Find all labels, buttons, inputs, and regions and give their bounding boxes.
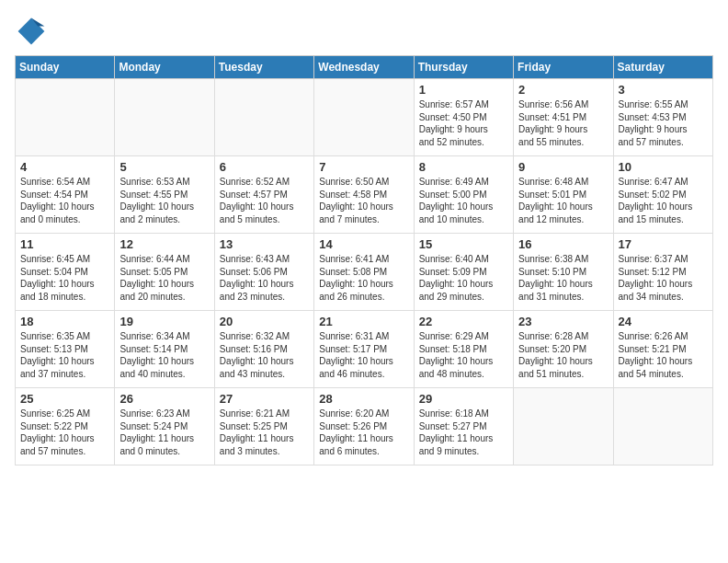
day-info: Sunrise: 6:37 AM Sunset: 5:12 PM Dayligh… — [619, 253, 708, 303]
day-number: 8 — [419, 160, 508, 174]
day-number: 5 — [119, 160, 209, 174]
col-header-tuesday: Tuesday — [214, 56, 313, 79]
day-number: 3 — [619, 83, 708, 97]
day-number: 2 — [518, 83, 608, 97]
day-info: Sunrise: 6:54 AM Sunset: 4:54 PM Dayligh… — [20, 176, 109, 225]
col-header-saturday: Saturday — [613, 56, 712, 79]
day-info: Sunrise: 6:26 AM Sunset: 5:21 PM Dayligh… — [619, 330, 708, 380]
logo-icon — [15, 15, 48, 48]
page-header — [15, 15, 713, 48]
col-header-thursday: Thursday — [414, 56, 513, 79]
day-number: 6 — [220, 160, 309, 174]
day-cell — [613, 388, 712, 465]
col-header-wednesday: Wednesday — [314, 56, 414, 79]
day-cell: 16Sunrise: 6:38 AM Sunset: 5:10 PM Dayli… — [514, 234, 613, 311]
day-info: Sunrise: 6:56 AM Sunset: 4:51 PM Dayligh… — [518, 98, 608, 148]
day-cell — [514, 388, 613, 465]
day-number: 1 — [419, 83, 508, 97]
day-cell — [314, 79, 414, 156]
day-number: 28 — [319, 392, 408, 406]
calendar-table: SundayMondayTuesdayWednesdayThursdayFrid… — [15, 55, 713, 465]
day-info: Sunrise: 6:28 AM Sunset: 5:20 PM Dayligh… — [518, 330, 608, 380]
day-info: Sunrise: 6:57 AM Sunset: 4:50 PM Dayligh… — [419, 98, 508, 148]
day-number: 21 — [319, 315, 408, 328]
day-info: Sunrise: 6:35 AM Sunset: 5:13 PM Dayligh… — [20, 330, 109, 380]
day-info: Sunrise: 6:44 AM Sunset: 5:05 PM Dayligh… — [119, 253, 209, 303]
day-number: 18 — [20, 315, 109, 328]
day-number: 13 — [220, 237, 309, 251]
day-cell: 24Sunrise: 6:26 AM Sunset: 5:21 PM Dayli… — [613, 311, 712, 388]
day-number: 12 — [119, 237, 209, 251]
day-number: 22 — [419, 315, 508, 328]
day-cell: 11Sunrise: 6:45 AM Sunset: 5:04 PM Dayli… — [16, 234, 115, 311]
week-row-3: 18Sunrise: 6:35 AM Sunset: 5:13 PM Dayli… — [16, 311, 713, 388]
day-cell: 20Sunrise: 6:32 AM Sunset: 5:16 PM Dayli… — [214, 311, 313, 388]
day-cell: 8Sunrise: 6:49 AM Sunset: 5:00 PM Daylig… — [414, 156, 513, 234]
svg-marker-0 — [18, 18, 45, 45]
day-number: 10 — [619, 160, 708, 174]
day-number: 19 — [119, 315, 209, 328]
week-row-0: 1Sunrise: 6:57 AM Sunset: 4:50 PM Daylig… — [16, 79, 713, 156]
day-number: 27 — [220, 392, 309, 406]
day-number: 29 — [419, 392, 508, 406]
day-info: Sunrise: 6:38 AM Sunset: 5:10 PM Dayligh… — [518, 253, 608, 303]
day-cell — [214, 79, 313, 156]
day-cell: 9Sunrise: 6:48 AM Sunset: 5:01 PM Daylig… — [514, 156, 613, 234]
day-cell: 2Sunrise: 6:56 AM Sunset: 4:51 PM Daylig… — [514, 79, 613, 156]
day-cell: 1Sunrise: 6:57 AM Sunset: 4:50 PM Daylig… — [414, 79, 513, 156]
day-cell: 28Sunrise: 6:20 AM Sunset: 5:26 PM Dayli… — [314, 388, 414, 465]
day-number: 25 — [20, 392, 109, 406]
day-number: 14 — [319, 237, 408, 251]
day-cell: 23Sunrise: 6:28 AM Sunset: 5:20 PM Dayli… — [514, 311, 613, 388]
day-info: Sunrise: 6:21 AM Sunset: 5:25 PM Dayligh… — [220, 408, 309, 457]
day-info: Sunrise: 6:29 AM Sunset: 5:18 PM Dayligh… — [419, 330, 508, 380]
day-info: Sunrise: 6:47 AM Sunset: 5:02 PM Dayligh… — [619, 176, 708, 225]
day-info: Sunrise: 6:48 AM Sunset: 5:01 PM Dayligh… — [518, 176, 608, 225]
day-cell: 3Sunrise: 6:55 AM Sunset: 4:53 PM Daylig… — [613, 79, 712, 156]
day-info: Sunrise: 6:40 AM Sunset: 5:09 PM Dayligh… — [419, 253, 508, 303]
day-info: Sunrise: 6:25 AM Sunset: 5:22 PM Dayligh… — [20, 408, 109, 457]
day-cell: 4Sunrise: 6:54 AM Sunset: 4:54 PM Daylig… — [16, 156, 115, 234]
day-cell: 14Sunrise: 6:41 AM Sunset: 5:08 PM Dayli… — [314, 234, 414, 311]
week-row-4: 25Sunrise: 6:25 AM Sunset: 5:22 PM Dayli… — [16, 388, 713, 465]
calendar-header-row: SundayMondayTuesdayWednesdayThursdayFrid… — [16, 56, 713, 79]
day-info: Sunrise: 6:31 AM Sunset: 5:17 PM Dayligh… — [319, 330, 408, 380]
day-info: Sunrise: 6:23 AM Sunset: 5:24 PM Dayligh… — [119, 408, 209, 457]
day-info: Sunrise: 6:41 AM Sunset: 5:08 PM Dayligh… — [319, 253, 408, 303]
day-info: Sunrise: 6:18 AM Sunset: 5:27 PM Dayligh… — [419, 408, 508, 457]
day-number: 4 — [20, 160, 109, 174]
day-cell: 21Sunrise: 6:31 AM Sunset: 5:17 PM Dayli… — [314, 311, 414, 388]
day-number: 17 — [619, 237, 708, 251]
day-cell: 22Sunrise: 6:29 AM Sunset: 5:18 PM Dayli… — [414, 311, 513, 388]
day-info: Sunrise: 6:34 AM Sunset: 5:14 PM Dayligh… — [119, 330, 209, 380]
day-info: Sunrise: 6:45 AM Sunset: 5:04 PM Dayligh… — [20, 253, 109, 303]
day-cell — [115, 79, 214, 156]
logo — [15, 15, 51, 48]
day-cell: 25Sunrise: 6:25 AM Sunset: 5:22 PM Dayli… — [16, 388, 115, 465]
day-info: Sunrise: 6:50 AM Sunset: 4:58 PM Dayligh… — [319, 176, 408, 225]
day-number: 16 — [518, 237, 608, 251]
day-number: 9 — [518, 160, 608, 174]
day-cell: 18Sunrise: 6:35 AM Sunset: 5:13 PM Dayli… — [16, 311, 115, 388]
col-header-monday: Monday — [115, 56, 214, 79]
day-info: Sunrise: 6:52 AM Sunset: 4:57 PM Dayligh… — [220, 176, 309, 225]
day-cell: 19Sunrise: 6:34 AM Sunset: 5:14 PM Dayli… — [115, 311, 214, 388]
day-cell: 7Sunrise: 6:50 AM Sunset: 4:58 PM Daylig… — [314, 156, 414, 234]
day-number: 24 — [619, 315, 708, 328]
day-info: Sunrise: 6:55 AM Sunset: 4:53 PM Dayligh… — [619, 98, 708, 148]
col-header-friday: Friday — [514, 56, 613, 79]
day-info: Sunrise: 6:49 AM Sunset: 5:00 PM Dayligh… — [419, 176, 508, 225]
day-cell: 12Sunrise: 6:44 AM Sunset: 5:05 PM Dayli… — [115, 234, 214, 311]
day-number: 20 — [220, 315, 309, 328]
day-cell: 29Sunrise: 6:18 AM Sunset: 5:27 PM Dayli… — [414, 388, 513, 465]
day-cell: 26Sunrise: 6:23 AM Sunset: 5:24 PM Dayli… — [115, 388, 214, 465]
day-number: 26 — [119, 392, 209, 406]
day-info: Sunrise: 6:53 AM Sunset: 4:55 PM Dayligh… — [119, 176, 209, 225]
day-info: Sunrise: 6:32 AM Sunset: 5:16 PM Dayligh… — [220, 330, 309, 380]
week-row-2: 11Sunrise: 6:45 AM Sunset: 5:04 PM Dayli… — [16, 234, 713, 311]
day-number: 15 — [419, 237, 508, 251]
day-number: 23 — [518, 315, 608, 328]
day-cell: 15Sunrise: 6:40 AM Sunset: 5:09 PM Dayli… — [414, 234, 513, 311]
day-cell: 13Sunrise: 6:43 AM Sunset: 5:06 PM Dayli… — [214, 234, 313, 311]
day-cell: 10Sunrise: 6:47 AM Sunset: 5:02 PM Dayli… — [613, 156, 712, 234]
